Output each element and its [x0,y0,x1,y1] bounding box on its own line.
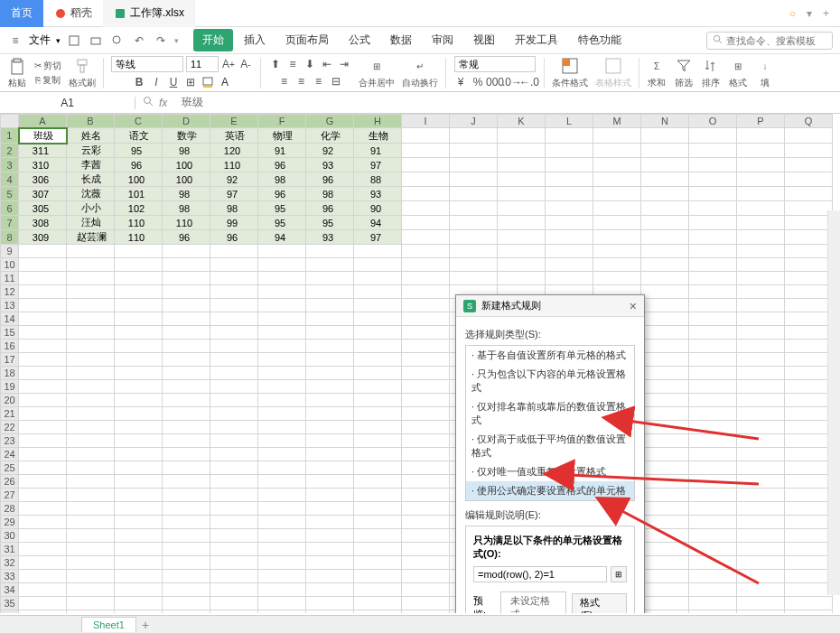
cell[interactable] [546,144,593,158]
cell[interactable] [115,340,163,353]
cell[interactable] [210,380,258,394]
cell[interactable] [689,529,737,543]
row-header[interactable]: 35 [1,597,19,610]
cell[interactable] [19,285,67,299]
cell[interactable] [115,407,163,421]
col-header[interactable]: C [115,115,163,128]
cell[interactable] [641,394,689,407]
cell[interactable]: 沈薇 [67,187,115,201]
search-ref-icon[interactable] [143,96,154,109]
cell[interactable] [19,448,67,461]
align-top-icon[interactable]: ⬆ [268,57,283,71]
cell[interactable] [546,258,593,272]
cell[interactable] [163,367,210,380]
cell[interactable] [67,556,115,570]
col-header[interactable]: I [402,115,450,128]
cell[interactable] [306,543,354,556]
cell[interactable] [546,272,593,285]
cell[interactable] [115,380,163,394]
border-icon[interactable]: ⊞ [183,75,198,89]
cell[interactable] [689,172,737,187]
cell[interactable] [785,216,833,230]
row-header[interactable]: 26 [1,475,19,489]
cell[interactable] [115,421,163,434]
cell[interactable] [450,201,498,216]
cell[interactable]: 100 [163,158,210,172]
row-header[interactable]: 3 [1,158,19,172]
cell[interactable]: 98 [163,201,210,216]
cell[interactable]: 95 [306,216,354,230]
table-format-btn[interactable]: 表格样式 [595,56,631,89]
tab-dropdown-icon[interactable]: ▾ [807,7,812,20]
cell[interactable] [689,245,737,258]
cell[interactable] [689,610,737,614]
row-header[interactable]: 34 [1,583,19,597]
cell[interactable]: 306 [19,172,67,187]
row-header[interactable]: 10 [1,258,19,272]
row-header[interactable]: 23 [1,434,19,448]
cell[interactable] [737,610,785,614]
cell[interactable] [354,489,402,502]
cell[interactable] [210,312,258,326]
rule-type-item[interactable]: · 基于各自值设置所有单元格的格式 [466,346,634,365]
cell[interactable] [402,128,450,144]
cell[interactable] [115,299,163,312]
cell[interactable]: 311 [19,144,67,158]
cell[interactable] [210,461,258,475]
cell[interactable] [402,475,450,489]
cell[interactable] [641,610,689,614]
format-painter-btn[interactable]: 格式刷 [69,56,96,89]
cell[interactable] [785,326,833,340]
paste-icon[interactable] [7,57,27,77]
cell[interactable] [210,448,258,461]
cell[interactable] [67,610,115,614]
cell[interactable] [593,187,641,201]
cell[interactable] [163,326,210,340]
cell[interactable] [163,353,210,367]
cell[interactable] [258,448,306,461]
cell[interactable] [737,128,785,144]
cell[interactable] [737,475,785,489]
ribbon-tab-layout[interactable]: 页面布局 [276,29,338,51]
cell[interactable] [737,216,785,230]
ribbon-tab-special[interactable]: 特色功能 [569,29,630,51]
cell[interactable]: 96 [306,172,354,187]
cell[interactable] [19,475,67,489]
cell[interactable] [689,353,737,367]
cell[interactable] [115,502,163,516]
cell[interactable] [641,448,689,461]
cell[interactable] [67,543,115,556]
cell[interactable] [402,583,450,597]
cell[interactable] [19,394,67,407]
cell[interactable] [737,312,785,326]
cell[interactable] [737,570,785,583]
cell[interactable] [354,353,402,367]
font-name-select[interactable] [111,56,183,72]
cell[interactable] [163,475,210,489]
cell[interactable] [450,128,498,144]
cell[interactable]: 309 [19,230,67,245]
cell[interactable] [258,312,306,326]
ribbon-tab-review[interactable]: 审阅 [423,29,462,51]
cell[interactable] [306,516,354,529]
row-header[interactable]: 30 [1,529,19,543]
cell[interactable] [306,556,354,570]
cell[interactable] [641,216,689,230]
cell[interactable] [593,272,641,285]
cell[interactable] [402,172,450,187]
cell[interactable] [19,299,67,312]
cell[interactable] [402,158,450,172]
row-header[interactable]: 31 [1,543,19,556]
cell[interactable]: 小小 [67,201,115,216]
col-header[interactable]: P [737,115,785,128]
cell[interactable] [354,543,402,556]
cell[interactable]: 李茜 [67,158,115,172]
cell[interactable] [785,258,833,272]
cell[interactable]: 90 [354,201,402,216]
cell[interactable] [641,340,689,353]
col-header[interactable]: J [450,115,498,128]
cell[interactable] [641,380,689,394]
row-header[interactable]: 9 [1,245,19,258]
cell[interactable] [785,421,833,434]
cell[interactable] [737,394,785,407]
